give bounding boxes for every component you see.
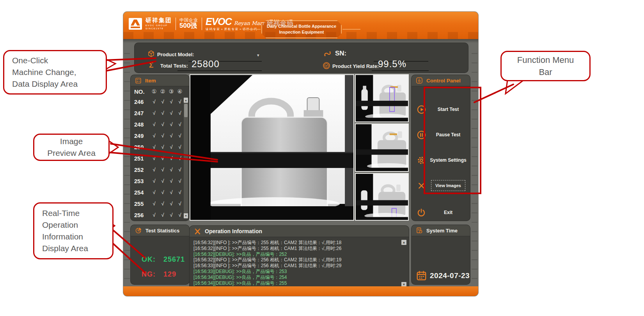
- check-mark: √: [158, 212, 167, 218]
- preview-thumbnail-2[interactable]: [355, 123, 409, 172]
- check-mark: √: [150, 178, 158, 184]
- main-preview-image: [190, 74, 354, 221]
- check-mark: √: [150, 121, 158, 127]
- check-mark: √: [167, 212, 176, 218]
- col-no: NO.: [131, 88, 150, 95]
- pie-chart-icon: [135, 227, 142, 234]
- check-mark: √: [176, 144, 184, 150]
- sigma-icon: Σ: [149, 61, 153, 70]
- exit-label: Exit: [428, 210, 468, 215]
- check-mark: √: [167, 144, 176, 150]
- annotation-rectangle: [424, 87, 481, 194]
- check-mark: √: [158, 121, 167, 127]
- callout-text: Information: [42, 231, 112, 243]
- ng-value: 129: [163, 270, 176, 279]
- check-mark: √: [167, 189, 176, 195]
- operation-information-title: Operation Information: [205, 228, 262, 234]
- group-name-en: EVOC GROUP: [145, 24, 172, 27]
- check-mark: √: [150, 144, 158, 150]
- logo-divider: [202, 18, 202, 30]
- group-name-cn: 研祥集团: [145, 17, 172, 23]
- item-table-columns: NO. ① ② ③ ④: [131, 87, 189, 96]
- col-1: ①: [150, 88, 158, 95]
- yield-label: Product Yield Rate:: [332, 63, 379, 69]
- item-scrollbar[interactable]: ▲ ▼: [184, 98, 188, 218]
- system-date-value: 2024-07-23: [430, 271, 470, 280]
- thumbnail-photo: [356, 174, 408, 220]
- item-panel: Item NO. ① ② ③ ④ 246 √ √ √ √: [131, 75, 189, 221]
- yield-check-icon: [323, 62, 330, 70]
- signature-script: Reyan Marr: [234, 21, 265, 26]
- check-mark: √: [176, 201, 184, 207]
- table-row: 249 √ √ √ √: [131, 130, 189, 141]
- scroll-up-icon[interactable]: ▲: [184, 98, 188, 103]
- row-number: 254: [131, 189, 150, 196]
- row-number: 249: [131, 133, 150, 139]
- callout-text: Preview Area: [34, 147, 108, 159]
- test-statistics-panel: Test Statistics OK: 25671 NG: 129: [131, 225, 189, 284]
- scrollbar-thumb[interactable]: [184, 104, 188, 117]
- sn-label: SN:: [335, 50, 346, 57]
- callout-data-area: One-ClickMachine Change,Data Display Are…: [3, 50, 107, 95]
- check-mark: √: [167, 99, 176, 105]
- scroll-down-icon[interactable]: ▼: [184, 213, 188, 218]
- yield-underline: [372, 70, 429, 71]
- document-clock-icon: [416, 227, 423, 234]
- log-line: [16:56:32][INFO ]: >>产品编号：256 相机：CAM2 算法…: [193, 257, 399, 263]
- date-row: 2024-07-23: [416, 270, 470, 281]
- check-mark: √: [176, 212, 184, 218]
- product-model-label: Product Model:: [157, 52, 194, 57]
- total-tests-underline: [177, 70, 262, 71]
- check-mark: √: [150, 99, 158, 105]
- check-mark: √: [150, 133, 158, 139]
- system-time-title: System Time: [426, 228, 458, 234]
- check-mark: √: [167, 110, 176, 116]
- footer-bar: [123, 286, 478, 296]
- item-panel-title: Item: [145, 78, 156, 84]
- exit-button[interactable]: Exit: [415, 204, 468, 221]
- check-mark: √: [150, 201, 158, 207]
- check-mark: √: [158, 167, 167, 173]
- row-number: 250: [131, 144, 150, 150]
- check-mark: √: [167, 201, 176, 207]
- table-row: 254 √ √ √ √: [131, 187, 189, 198]
- row-number: 248: [131, 121, 150, 128]
- logo-divider: [176, 18, 176, 30]
- check-mark: √: [176, 99, 184, 105]
- check-mark: √: [167, 178, 176, 184]
- chevron-down-icon: ▾: [257, 53, 259, 58]
- left-circuit-decoration: [124, 45, 130, 284]
- evoc-logo-icon: [129, 18, 142, 30]
- table-row: 256 √ √ √ √: [131, 209, 189, 221]
- log-line: [16:56:32][INFO ]: >>产品编号：255 相机：CAM1 算法…: [193, 246, 399, 252]
- check-mark: √: [176, 110, 184, 116]
- app-title-banner: Daily Chemical Bottle Appearance Inspect…: [261, 20, 342, 38]
- row-number: 256: [131, 212, 150, 218]
- check-mark: √: [167, 121, 176, 127]
- table-row: 253 √ √ √ √: [131, 175, 189, 187]
- checklist-icon: [135, 77, 142, 84]
- check-mark: √: [176, 121, 184, 127]
- bottle-photo: [190, 75, 353, 220]
- check-mark: √: [150, 167, 158, 173]
- evoc-wordmark: EVOC: [206, 16, 232, 27]
- row-number: 253: [131, 178, 150, 184]
- check-mark: √: [158, 110, 167, 116]
- check-mark: √: [167, 155, 176, 161]
- check-mark: √: [158, 189, 167, 195]
- preview-thumbnail-3[interactable]: [355, 173, 409, 221]
- callout-text: Display Area: [42, 243, 112, 254]
- check-mark: √: [158, 201, 167, 207]
- row-number: 252: [131, 167, 150, 173]
- table-row: 251 √ √ √ √: [131, 153, 189, 164]
- sn-route-icon: [323, 50, 332, 58]
- log-scroll-up-icon[interactable]: ▲: [401, 240, 406, 245]
- preview-thumbnail-1[interactable]: [355, 74, 409, 122]
- operation-information-header: Operation Information: [190, 226, 409, 237]
- row-number: 247: [131, 110, 150, 116]
- log-line: [16:56:32][DEBUG]: >>良品，产品编号：252: [193, 252, 399, 257]
- check-mark: √: [167, 133, 176, 139]
- check-mark: √: [150, 155, 158, 161]
- calendar-icon: [416, 270, 427, 281]
- check-mark: √: [158, 144, 167, 150]
